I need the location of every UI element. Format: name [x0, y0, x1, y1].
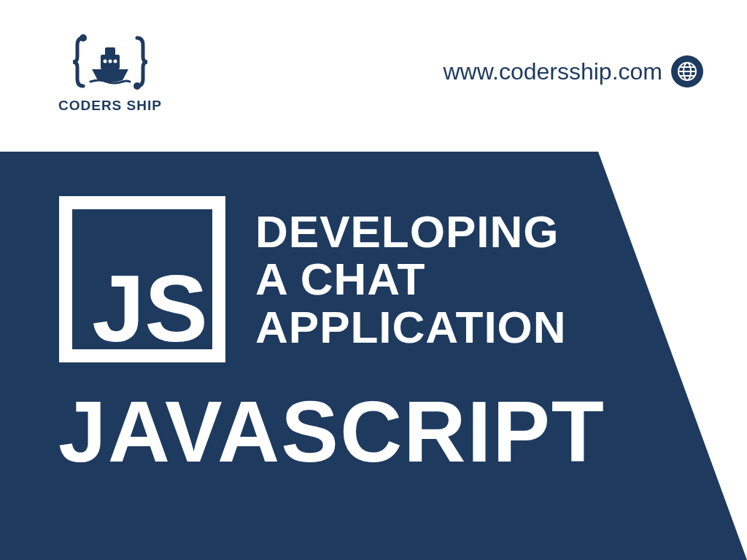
title-line-3: APPLICATION	[255, 303, 567, 351]
globe-icon	[671, 55, 703, 88]
website-url[interactable]: www.codersship.com	[443, 58, 662, 85]
brand-name: CODERS SHIP	[58, 98, 162, 114]
svg-rect-3	[105, 47, 115, 56]
title-row: JS DEVELOPING A CHAT APPLICATION	[58, 195, 689, 363]
url-section: www.codersship.com	[443, 55, 703, 88]
subtitle: JAVASCRIPT	[58, 389, 689, 475]
svg-point-1	[133, 82, 141, 90]
title-line-2: A CHAT	[255, 255, 567, 303]
title-line-1: DEVELOPING	[255, 208, 567, 255]
js-logo-icon: JS	[58, 195, 226, 363]
ship-logo-icon	[70, 29, 150, 95]
title-block: DEVELOPING A CHAT APPLICATION	[255, 208, 567, 350]
banner-content: JS DEVELOPING A CHAT APPLICATION JAVASCR…	[0, 152, 747, 518]
main-banner: JS DEVELOPING A CHAT APPLICATION JAVASCR…	[0, 152, 747, 560]
header: CODERS SHIP www.codersship.com	[0, 0, 747, 136]
svg-point-5	[108, 60, 112, 63]
svg-point-0	[80, 34, 87, 42]
brand-logo: CODERS SHIP	[58, 29, 162, 114]
js-label: JS	[92, 255, 208, 362]
svg-point-6	[113, 60, 117, 63]
svg-point-4	[103, 60, 107, 63]
